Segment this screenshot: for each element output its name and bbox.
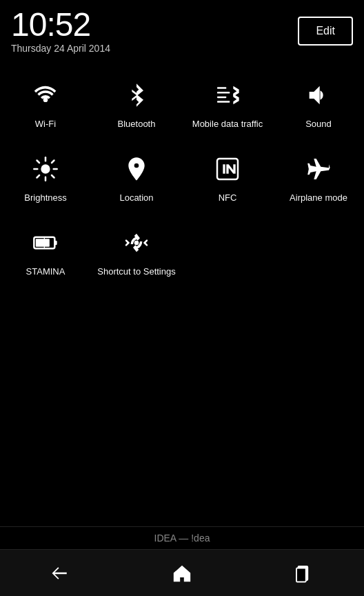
- sound-icon: [302, 79, 335, 112]
- status-bar: 10:52 Thursday 24 April 2014 Edit: [0, 0, 364, 59]
- tile-airplane[interactable]: Airplane mode: [273, 140, 364, 214]
- location-label: Location: [119, 192, 153, 204]
- svg-rect-2: [217, 97, 226, 99]
- tile-brightness[interactable]: Brightness: [0, 140, 91, 214]
- date-display: Thursday 24 April 2014: [11, 43, 110, 54]
- tile-wifi[interactable]: Wi-Fi: [0, 66, 91, 140]
- nfc-icon: [211, 152, 244, 186]
- svg-line-22: [126, 243, 128, 245]
- svg-line-11: [37, 160, 40, 163]
- shortcut-label: Shortcut to Settings: [97, 266, 175, 278]
- home-button[interactable]: [161, 553, 203, 594]
- svg-line-13: [52, 160, 54, 163]
- svg-line-12: [52, 175, 54, 178]
- tile-nfc[interactable]: NFC: [182, 140, 273, 214]
- airplane-label: Airplane mode: [290, 192, 347, 204]
- svg-marker-5: [233, 94, 239, 104]
- nfc-label: NFC: [219, 192, 237, 204]
- carrier-bar: IDEA — !dea: [0, 526, 364, 549]
- wifi-icon: [29, 79, 62, 112]
- edit-button[interactable]: Edit: [298, 17, 353, 46]
- recents-button[interactable]: [283, 553, 324, 594]
- svg-rect-0: [217, 87, 226, 88]
- tile-location[interactable]: Location: [91, 140, 182, 214]
- tile-sound[interactable]: Sound: [273, 66, 364, 140]
- svg-rect-27: [296, 568, 306, 582]
- airplane-icon: [302, 152, 335, 186]
- svg-rect-1: [217, 92, 230, 94]
- brightness-label: Brightness: [24, 192, 66, 204]
- svg-line-24: [145, 243, 147, 245]
- svg-point-6: [41, 164, 50, 173]
- tile-bluetooth[interactable]: Bluetooth: [91, 66, 182, 140]
- mobile-data-icon: [211, 79, 244, 112]
- nav-bar: [0, 549, 364, 596]
- svg-rect-18: [54, 240, 57, 245]
- location-icon: [120, 152, 153, 186]
- carrier-text: IDEA — !dea: [154, 533, 210, 544]
- wifi-label: Wi-Fi: [35, 119, 56, 130]
- svg-point-25: [134, 240, 139, 245]
- tile-shortcut[interactable]: Shortcut to Settings: [91, 214, 182, 288]
- svg-rect-3: [217, 101, 230, 103]
- shortcut-icon: [120, 226, 153, 259]
- svg-line-14: [37, 175, 40, 178]
- sound-label: Sound: [305, 119, 332, 130]
- tile-mobile-data[interactable]: Mobile data traffic: [182, 66, 273, 140]
- bluetooth-icon: [120, 79, 153, 112]
- brightness-icon: [29, 152, 62, 186]
- stamina-icon: [29, 226, 62, 259]
- svg-rect-19: [41, 240, 43, 242]
- time-block: 10:52 Thursday 24 April 2014: [11, 8, 110, 54]
- clock-time: 10:52: [11, 8, 110, 41]
- bluetooth-label: Bluetooth: [118, 119, 156, 130]
- stamina-label: STAMINA: [26, 266, 65, 278]
- quick-settings-grid: Wi-Fi Bluetooth Mobile data traffic: [0, 59, 364, 295]
- back-button[interactable]: [40, 553, 81, 594]
- tile-stamina[interactable]: STAMINA: [0, 214, 91, 288]
- mobile-data-label: Mobile data traffic: [192, 119, 263, 130]
